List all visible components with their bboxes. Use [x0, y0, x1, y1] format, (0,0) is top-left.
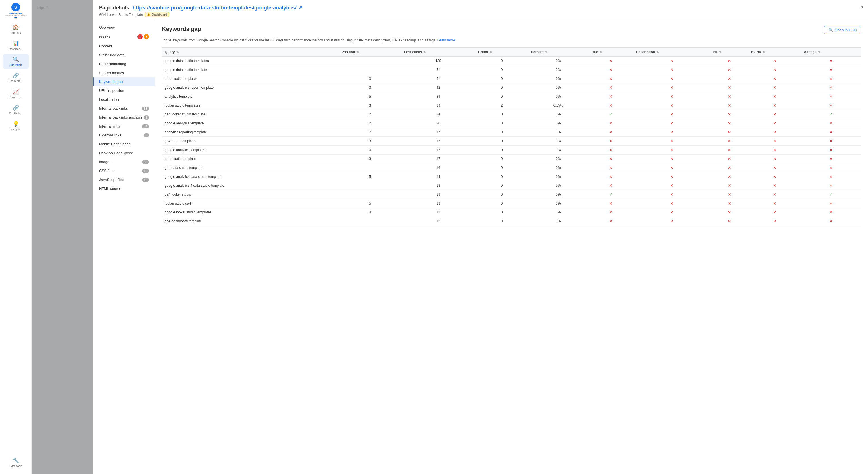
- nav-item-localization[interactable]: Localization: [93, 95, 155, 104]
- images-count: 52: [142, 160, 149, 164]
- table-cell: ✕: [748, 75, 801, 83]
- table-cell: ✕: [588, 154, 633, 164]
- check-icon: ✓: [829, 112, 833, 117]
- col-header-title[interactable]: Title ⇅: [588, 48, 633, 57]
- modal-subtitle-text: GA4 Looker Studio Template: [99, 12, 143, 17]
- x-icon: ✕: [727, 121, 731, 125]
- nav-item-external-links[interactable]: External links 8: [93, 131, 155, 140]
- x-icon: ✕: [829, 219, 833, 224]
- table-cell: 0: [475, 83, 528, 92]
- page-details-modal: Page details: https://ivanhoe.pro/google…: [93, 0, 868, 474]
- sidebar-item-rank-tracker[interactable]: 📈 Rank Tra...: [3, 86, 29, 101]
- table-cell: ✕: [801, 172, 861, 181]
- table-cell: 0%: [528, 119, 588, 128]
- modal-url-link[interactable]: https://ivanhoe.pro/google-data-studio-t…: [133, 5, 297, 11]
- table-header-row: Query ⇅ Position ⇅ Lost clicks: [162, 48, 861, 57]
- issues-badge-red: 1: [137, 34, 143, 39]
- col-header-query[interactable]: Query ⇅: [162, 48, 339, 57]
- col-header-count[interactable]: Count ⇅: [475, 48, 528, 57]
- modal-body: Overview Issues 1 6 Content: [93, 20, 868, 474]
- table-row: google data studio templates13000%✕✕✕✕✕: [162, 57, 861, 65]
- insights-icon: 💡: [12, 121, 19, 127]
- table-cell: 0%: [528, 92, 588, 101]
- issues-badges: 1 6: [137, 34, 149, 39]
- nav-item-search-metrics[interactable]: Search metrics: [93, 68, 155, 77]
- table-cell: ✕: [710, 199, 748, 208]
- table-cell: ga4 dashboard template: [162, 217, 339, 226]
- table-cell: 0: [475, 110, 528, 119]
- x-icon: ✕: [609, 85, 613, 90]
- nav-item-internal-backlinks[interactable]: Internal backlinks 83: [93, 104, 155, 113]
- modal-header: Page details: https://ivanhoe.pro/google…: [93, 0, 868, 20]
- col-header-position[interactable]: Position ⇅: [339, 48, 401, 57]
- x-icon: ✕: [829, 174, 833, 179]
- nav-item-internal-backlinks-anchors[interactable]: Internal backlinks anchors 9: [93, 113, 155, 122]
- table-cell: ✕: [588, 128, 633, 137]
- nav-item-html-source[interactable]: HTML source: [93, 184, 155, 193]
- sidebar-item-backlinks[interactable]: 🔗 Backlink...: [3, 102, 29, 117]
- x-icon: ✕: [609, 121, 613, 125]
- sidebar-item-extra-tools[interactable]: 🔧 Extra tools: [3, 455, 29, 470]
- table-row: google analytics 4 data studio template1…: [162, 181, 861, 190]
- x-icon: ✕: [829, 85, 833, 90]
- sidebar-item-dashboard[interactable]: 📊 Dashboa...: [3, 38, 29, 53]
- table-cell: ✕: [588, 137, 633, 146]
- x-icon: ✕: [773, 85, 776, 90]
- nav-item-mobile-pagespeed[interactable]: Mobile PageSpeed: [93, 140, 155, 149]
- x-icon: ✕: [829, 67, 833, 72]
- table-row: ga4 looker studio template22400%✓✕✕✕✓: [162, 110, 861, 119]
- table-row: google data studio template5100%✕✕✕✕✕: [162, 65, 861, 75]
- nav-item-content[interactable]: Content: [93, 42, 155, 51]
- nav-item-issues[interactable]: Issues 1 6: [93, 32, 155, 42]
- nav-item-external-links-label: External links: [99, 133, 121, 137]
- open-gsc-button[interactable]: 🔍 Open in GSC: [824, 26, 861, 34]
- section-header: Keywords gap 🔍 Open in GSC: [162, 26, 861, 35]
- nav-item-javascript-files[interactable]: JavaScript files 12: [93, 175, 155, 184]
- nav-item-css-files[interactable]: CSS files 15: [93, 166, 155, 175]
- nav-item-images[interactable]: Images 52: [93, 157, 155, 166]
- nav-item-structured-data-label: Structured data: [99, 53, 125, 57]
- nav-item-page-monitoring[interactable]: Page monitoring: [93, 59, 155, 68]
- table-cell: ✕: [748, 154, 801, 164]
- table-cell: google looker studio templates: [162, 208, 339, 217]
- table-cell: ✕: [748, 181, 801, 190]
- table-cell: ✕: [633, 164, 710, 172]
- nav-item-desktop-pagespeed[interactable]: Desktop PageSpeed: [93, 149, 155, 157]
- table-cell: ✕: [801, 83, 861, 92]
- internal-links-count: 47: [142, 124, 149, 128]
- table-cell: ✕: [710, 208, 748, 217]
- col-header-alt-tags[interactable]: Alt tags ⇅: [801, 48, 861, 57]
- nav-item-url-inspection[interactable]: URL inspection: [93, 86, 155, 95]
- nav-item-internal-links[interactable]: Internal links 47: [93, 122, 155, 131]
- table-cell: google data studio templates: [162, 57, 339, 65]
- sidebar-item-site-monitoring[interactable]: 🔗 Site Moni...: [3, 70, 29, 85]
- sidebar-item-insights[interactable]: 💡 Insights: [3, 118, 29, 133]
- sidebar-item-site-audit[interactable]: 🔍 Site Audit: [3, 54, 29, 69]
- learn-more-link[interactable]: Learn more: [437, 38, 455, 42]
- table-cell: 16: [401, 164, 475, 172]
- col-header-h1[interactable]: H1 ⇅: [710, 48, 748, 57]
- x-icon: ✕: [829, 77, 833, 81]
- x-icon: ✕: [727, 139, 731, 143]
- table-cell: ✕: [710, 181, 748, 190]
- close-button[interactable]: ×: [860, 4, 863, 10]
- col-header-description[interactable]: Description ⇅: [633, 48, 710, 57]
- x-icon: ✕: [773, 103, 776, 108]
- col-header-lost-clicks[interactable]: Lost clicks ⇅: [401, 48, 475, 57]
- table-cell: ✕: [801, 208, 861, 217]
- table-cell: google data studio template: [162, 65, 339, 75]
- table-cell: 2: [339, 119, 401, 128]
- external-link-icon: ↗: [298, 5, 303, 11]
- table-cell: ✕: [710, 65, 748, 75]
- nav-item-overview[interactable]: Overview: [93, 23, 155, 32]
- table-cell: 0: [475, 190, 528, 199]
- table-cell: 3: [339, 75, 401, 83]
- col-header-h2h6[interactable]: H2-H6 ⇅: [748, 48, 801, 57]
- table-row: data studio templates35100%✕✕✕✕✕: [162, 75, 861, 83]
- nav-item-keywords-gap[interactable]: Keywords gap: [93, 77, 155, 86]
- col-header-percent[interactable]: Percent ⇅: [528, 48, 588, 57]
- table-cell: ✕: [710, 101, 748, 110]
- nav-item-structured-data[interactable]: Structured data: [93, 51, 155, 59]
- table-cell: ✕: [801, 128, 861, 137]
- sidebar-item-projects[interactable]: 🏠 Projects: [3, 22, 29, 37]
